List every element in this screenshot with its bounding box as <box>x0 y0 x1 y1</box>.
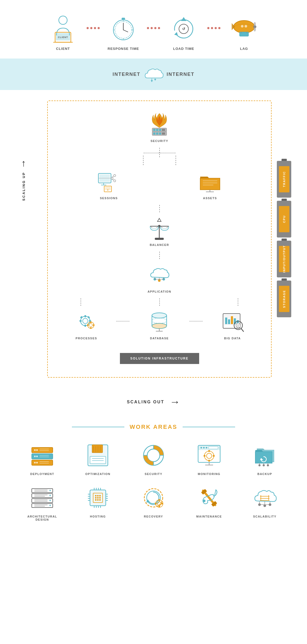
svg-point-28 <box>245 25 247 28</box>
svg-rect-105 <box>228 319 230 324</box>
svg-marker-70 <box>157 218 161 221</box>
work-item-scalability: SCALABILITY <box>238 483 291 521</box>
svg-point-155 <box>204 451 214 461</box>
svg-rect-159 <box>204 455 205 457</box>
svg-point-110 <box>236 323 241 328</box>
work-item-security: SECURITY <box>127 441 180 476</box>
svg-point-182 <box>50 490 51 491</box>
svg-rect-42 <box>162 133 165 135</box>
svg-point-125 <box>36 462 38 463</box>
monitoring-label: MONITORING <box>198 472 220 476</box>
infra-item-database: DATABASE <box>138 309 180 340</box>
svg-point-116 <box>238 326 239 326</box>
svg-point-123 <box>36 456 38 457</box>
work-areas-title: WORK AREAS <box>130 424 177 430</box>
client-label: CLIENT <box>56 47 70 51</box>
svg-rect-104 <box>225 318 227 324</box>
assets-icon <box>197 169 223 195</box>
svg-point-214 <box>144 489 163 507</box>
lag-label: LAG <box>240 47 248 51</box>
battery-storage: STORAGE <box>277 281 291 317</box>
svg-rect-220 <box>158 506 160 508</box>
svg-point-121 <box>36 449 38 451</box>
infra-item-sessions: SESSIONS <box>88 169 130 200</box>
assets-label: ASSETS <box>203 197 217 200</box>
svg-point-25 <box>254 22 256 26</box>
svg-point-213 <box>99 499 101 501</box>
svg-point-208 <box>95 497 97 499</box>
svg-point-185 <box>50 505 51 506</box>
dots-1 <box>87 27 100 37</box>
backup-label: BACKUP <box>257 472 272 476</box>
svg-point-49 <box>114 180 116 182</box>
client-icon: CLIENT <box>47 13 79 45</box>
balancer-label: BALANCER <box>150 243 169 246</box>
architectural-design-label: ARCHITECTURAL DESIGN <box>27 515 57 521</box>
deployment-icon <box>28 441 57 470</box>
top-item-load-time: ↺ LOAD TIME <box>160 13 207 51</box>
svg-point-205 <box>95 495 97 497</box>
scaling-up-arrow-icon: ↑ <box>21 158 26 169</box>
infra-box: SECURITY <box>47 101 272 378</box>
optimization-label: OPTIMIZATION <box>85 472 110 476</box>
backup-icon <box>250 441 279 470</box>
response-time-label: RESPONSE TIME <box>108 47 139 51</box>
svg-rect-39 <box>153 133 155 135</box>
row-bottom: PROCESSES <box>58 306 261 342</box>
svg-line-51 <box>112 177 114 177</box>
work-areas-grid: DEPLOYMENT <box>16 441 291 521</box>
svg-rect-157 <box>208 450 210 452</box>
work-item-optimization: OPTIMIZATION <box>71 441 124 476</box>
balancer-icon <box>146 215 173 242</box>
svg-point-99 <box>152 318 167 323</box>
work-item-recovery: RECOVERY <box>127 483 180 521</box>
row-security: SECURITY <box>58 109 261 145</box>
bigdata-label: BIG DATA <box>224 337 241 340</box>
scaling-up-label: SCALING UP <box>22 172 26 201</box>
database-label: DATABASE <box>150 337 169 340</box>
svg-point-210 <box>99 497 101 499</box>
infra-item-assets: ASSETS <box>189 169 231 200</box>
svg-line-52 <box>112 179 114 180</box>
title-line-right <box>183 427 235 427</box>
infra-item-balancer: BALANCER <box>139 215 181 246</box>
svg-point-93 <box>152 313 167 318</box>
svg-rect-81 <box>84 325 86 327</box>
svg-point-113 <box>238 324 239 325</box>
svg-point-153 <box>206 447 207 448</box>
svg-line-111 <box>241 329 244 331</box>
bigdata-icon <box>219 309 246 335</box>
top-section: CLIENT CLIENT <box>0 0 307 59</box>
svg-point-87 <box>89 324 92 327</box>
svg-marker-32 <box>154 79 156 81</box>
scalability-label: SCALABILITY <box>253 515 276 518</box>
deployment-label: DEPLOYMENT <box>30 472 54 476</box>
application-icon <box>146 262 173 288</box>
svg-rect-88 <box>90 321 92 323</box>
svg-rect-34 <box>153 129 155 131</box>
application-label: APPLICATION <box>147 290 171 293</box>
svg-rect-82 <box>80 320 82 322</box>
storage-label: STORAGE <box>283 290 286 308</box>
svg-point-98 <box>152 323 167 329</box>
top-item-lag: LAG <box>220 13 268 51</box>
security-work-icon <box>139 441 168 470</box>
svg-rect-222 <box>161 503 163 504</box>
work-areas-title-row: WORK AREAS <box>16 424 291 430</box>
maintenance-icon <box>195 483 224 512</box>
top-item-client: CLIENT CLIENT <box>39 13 87 51</box>
load-time-label: LOAD TIME <box>173 47 194 51</box>
svg-marker-16 <box>181 17 186 21</box>
svg-rect-41 <box>159 133 161 135</box>
processes-icon <box>73 309 99 335</box>
battery-traffic: TRAFFIC <box>277 161 291 198</box>
svg-rect-140 <box>90 456 106 464</box>
svg-point-122 <box>34 456 36 457</box>
title-line-left <box>72 427 124 427</box>
sessions-icon <box>96 169 122 195</box>
dots-2 <box>147 27 160 37</box>
svg-rect-89 <box>90 327 92 329</box>
svg-point-112 <box>237 324 238 325</box>
work-item-monitoring: MONITORING <box>183 441 236 476</box>
solution-infrastructure-button[interactable]: SOLUTION INFRASTRUCTURE <box>120 353 199 364</box>
